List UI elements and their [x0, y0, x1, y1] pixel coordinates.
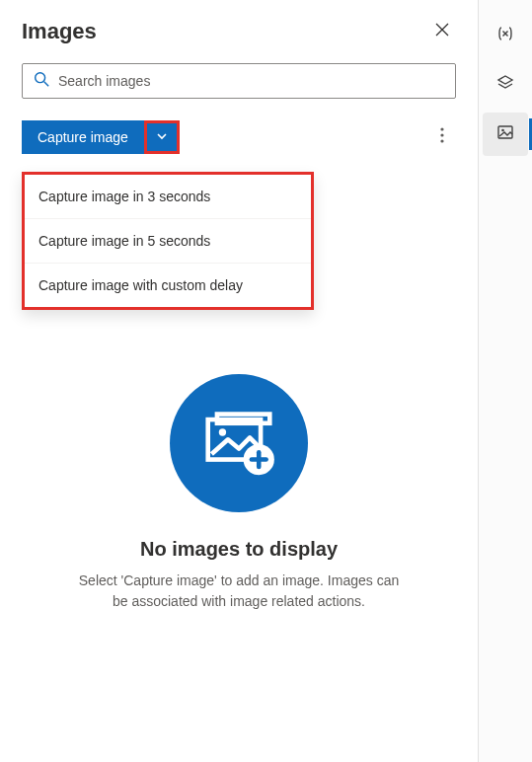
- toolbar: Capture image: [22, 120, 456, 154]
- rail-item-images[interactable]: [483, 113, 528, 156]
- more-vertical-icon: [440, 127, 444, 147]
- page-title: Images: [22, 19, 97, 44]
- rail-item-variables[interactable]: [483, 14, 528, 57]
- svg-point-6: [440, 139, 443, 142]
- capture-dropdown-toggle[interactable]: [147, 123, 177, 151]
- variables-icon: [495, 24, 515, 47]
- images-panel: Images Capture image: [0, 0, 479, 762]
- svg-point-5: [440, 133, 443, 136]
- empty-state-image-icon: [170, 374, 308, 512]
- dropdown-item-label: Capture image with custom delay: [38, 277, 243, 293]
- svg-marker-15: [498, 76, 512, 84]
- close-button[interactable]: [428, 18, 456, 45]
- empty-state: No images to display Select 'Capture ima…: [22, 233, 456, 752]
- dropdown-item-custom[interactable]: Capture image with custom delay: [25, 264, 311, 307]
- svg-point-17: [501, 129, 504, 132]
- capture-button-label: Capture image: [38, 129, 128, 145]
- rail-item-layers[interactable]: [483, 63, 528, 107]
- side-rail: [479, 0, 532, 762]
- image-icon: [495, 122, 515, 146]
- empty-state-title: No images to display: [140, 538, 338, 561]
- panel-header: Images: [22, 18, 456, 45]
- search-icon: [33, 70, 58, 92]
- capture-split-button: Capture image: [22, 120, 180, 154]
- dropdown-item-label: Capture image in 3 seconds: [38, 189, 210, 204]
- svg-line-3: [44, 82, 49, 87]
- capture-dropdown-highlight: [144, 120, 180, 154]
- capture-button[interactable]: Capture image: [22, 120, 144, 154]
- chevron-down-icon: [156, 130, 168, 145]
- dropdown-item-3s[interactable]: Capture image in 3 seconds: [25, 175, 311, 219]
- search-input[interactable]: [58, 73, 445, 89]
- empty-state-description: Select 'Capture image' to add an image. …: [76, 571, 402, 612]
- svg-point-9: [219, 428, 226, 435]
- dropdown-item-label: Capture image in 5 seconds: [38, 233, 210, 249]
- capture-dropdown-menu: Capture image in 3 seconds Capture image…: [22, 172, 314, 310]
- dropdown-item-5s[interactable]: Capture image in 5 seconds: [25, 219, 311, 264]
- layers-icon: [495, 73, 515, 97]
- svg-point-2: [36, 73, 45, 83]
- more-options-button[interactable]: [428, 123, 456, 151]
- search-box[interactable]: [22, 63, 456, 99]
- close-icon: [435, 23, 449, 40]
- svg-point-4: [440, 127, 443, 130]
